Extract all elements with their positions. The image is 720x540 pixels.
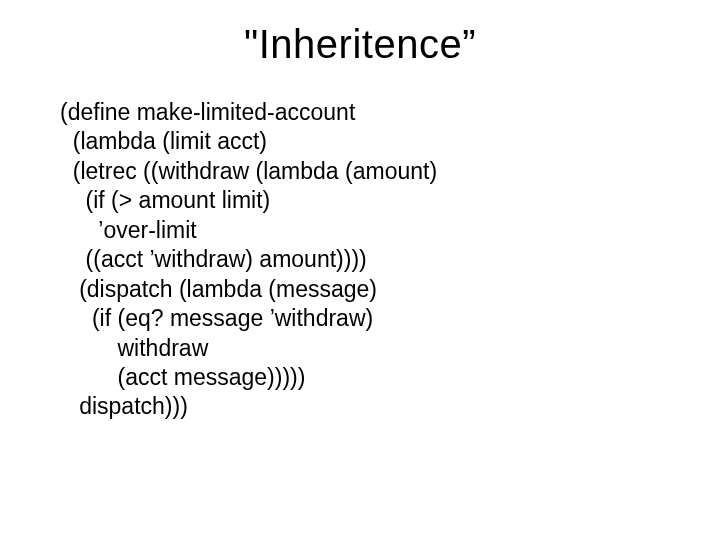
slide: "Inheritence” (define make-limited-accou… (0, 0, 720, 540)
slide-title: "Inheritence” (0, 22, 720, 67)
code-block: (define make-limited-account (lambda (li… (60, 98, 437, 422)
